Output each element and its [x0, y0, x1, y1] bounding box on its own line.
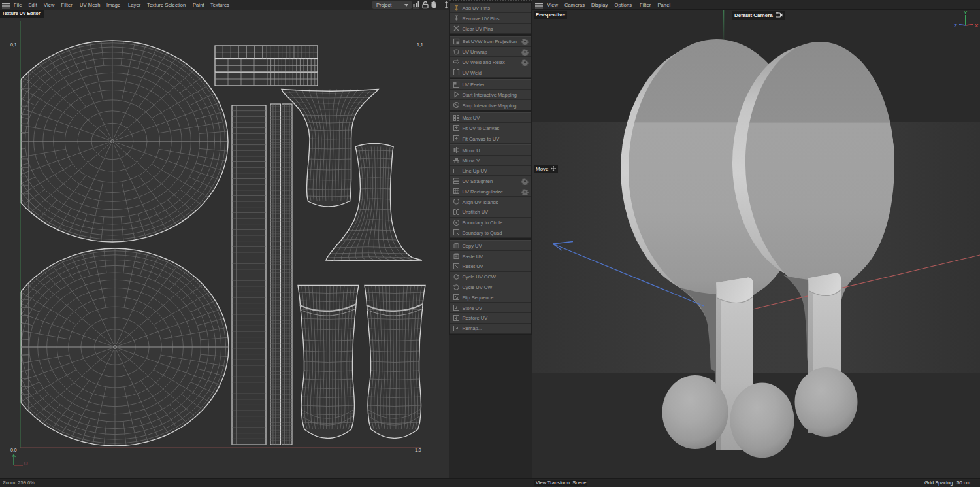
svg-text:Y: Y — [964, 10, 968, 16]
svg-text:X: X — [975, 23, 979, 29]
svg-text:Z: Z — [954, 23, 957, 29]
